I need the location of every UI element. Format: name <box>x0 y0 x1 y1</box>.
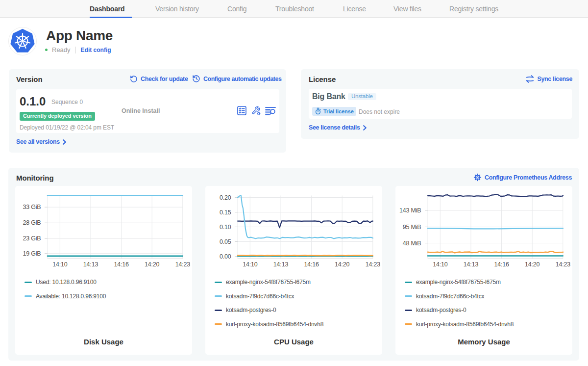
svg-text:14:16: 14:16 <box>114 261 129 268</box>
svg-text:48 MiB: 48 MiB <box>403 240 421 247</box>
svg-text:143 MiB: 143 MiB <box>399 207 421 214</box>
svg-text:14:16: 14:16 <box>494 261 509 268</box>
svg-text:0.15: 0.15 <box>220 209 231 216</box>
svg-text:14:10: 14:10 <box>433 261 448 268</box>
svg-text:0.10: 0.10 <box>220 224 231 231</box>
svg-text:14:20: 14:20 <box>525 261 540 268</box>
svg-text:14:10: 14:10 <box>243 261 258 268</box>
svg-text:14:23: 14:23 <box>175 261 191 268</box>
svg-text:14:20: 14:20 <box>145 261 160 268</box>
svg-text:14:10: 14:10 <box>52 261 68 268</box>
svg-text:23 GiB: 23 GiB <box>23 235 41 242</box>
svg-text:14:13: 14:13 <box>83 261 98 268</box>
svg-text:14:23: 14:23 <box>366 261 381 268</box>
svg-text:0.20: 0.20 <box>220 194 231 201</box>
svg-text:14:20: 14:20 <box>335 261 350 268</box>
svg-text:33 GiB: 33 GiB <box>23 204 41 210</box>
svg-text:0.05: 0.05 <box>220 238 231 245</box>
svg-text:14:13: 14:13 <box>464 261 479 268</box>
svg-text:14:16: 14:16 <box>304 261 319 268</box>
svg-text:19 GiB: 19 GiB <box>23 250 41 257</box>
svg-text:14:23: 14:23 <box>556 261 571 268</box>
svg-text:28 GiB: 28 GiB <box>23 219 41 226</box>
svg-text:14:13: 14:13 <box>273 261 289 268</box>
svg-text:0.00: 0.00 <box>220 253 231 260</box>
svg-text:95 MiB: 95 MiB <box>403 224 421 231</box>
